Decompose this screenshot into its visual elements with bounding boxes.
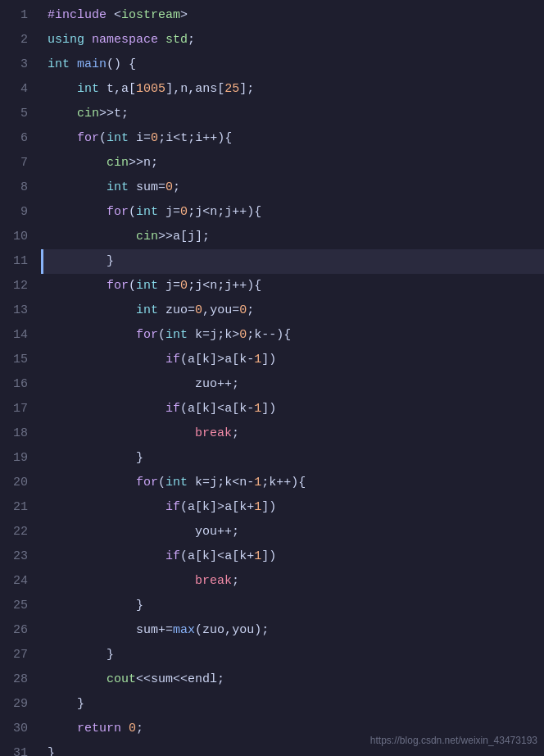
- line-num-13: 13: [0, 298, 41, 323]
- line-num-5: 5: [0, 102, 41, 126]
- line-content-10: cin>>a[j];: [41, 225, 544, 249]
- code-line-10: 10 cin>>a[j];: [0, 225, 544, 249]
- line-num-1: 1: [0, 3, 41, 28]
- line-content-5: cin>>t;: [41, 102, 544, 126]
- line-num-3: 3: [0, 52, 41, 77]
- code-editor: 1 #include <iostream> 2 using namespace …: [0, 0, 544, 756]
- line-content-4: int t,a[1005],n,ans[25];: [41, 77, 544, 102]
- line-num-31: 31: [0, 741, 41, 756]
- code-line-29: 29 }: [0, 692, 544, 717]
- line-num-2: 2: [0, 28, 41, 52]
- line-content-6: for(int i=0;i<t;i++){: [41, 126, 544, 151]
- code-line-12: 12 for(int j=0;j<n;j++){: [0, 274, 544, 298]
- line-content-2: using namespace std;: [41, 28, 544, 52]
- code-line-13: 13 int zuo=0,you=0;: [0, 298, 544, 323]
- line-content-20: for(int k=j;k<n-1;k++){: [41, 471, 544, 495]
- line-content-1: #include <iostream>: [41, 3, 544, 28]
- line-num-25: 25: [0, 594, 41, 618]
- code-line-24: 24 break;: [0, 569, 544, 594]
- line-num-28: 28: [0, 667, 41, 692]
- line-num-24: 24: [0, 569, 41, 594]
- code-line-14: 14 for(int k=j;k>0;k--){: [0, 323, 544, 348]
- line-content-11: }: [41, 249, 544, 274]
- line-num-18: 18: [0, 421, 41, 446]
- code-line-21: 21 if(a[k]>a[k+1]): [0, 495, 544, 520]
- code-line-9: 9 for(int j=0;j<n;j++){: [0, 200, 544, 225]
- line-num-12: 12: [0, 274, 41, 298]
- line-num-9: 9: [0, 200, 41, 225]
- code-line-15: 15 if(a[k]>a[k-1]): [0, 348, 544, 372]
- line-num-23: 23: [0, 544, 41, 569]
- line-content-8: int sum=0;: [41, 175, 544, 200]
- line-num-19: 19: [0, 446, 41, 471]
- code-line-3: 3 int main() {: [0, 52, 544, 77]
- line-num-8: 8: [0, 175, 41, 200]
- line-content-25: }: [41, 594, 544, 618]
- code-line-26: 26 sum+=max(zuo,you);: [0, 618, 544, 643]
- line-content-13: int zuo=0,you=0;: [41, 298, 544, 323]
- line-num-16: 16: [0, 372, 41, 397]
- code-line-17: 17 if(a[k]<a[k-1]): [0, 397, 544, 421]
- code-line-4: 4 int t,a[1005],n,ans[25];: [0, 77, 544, 102]
- line-content-9: for(int j=0;j<n;j++){: [41, 200, 544, 225]
- line-content-19: }: [41, 446, 544, 471]
- line-content-28: cout<<sum<<endl;: [41, 667, 544, 692]
- line-content-27: }: [41, 643, 544, 667]
- line-content-3: int main() {: [41, 52, 544, 77]
- code-line-27: 27 }: [0, 643, 544, 667]
- code-line-7: 7 cin>>n;: [0, 151, 544, 175]
- line-num-20: 20: [0, 471, 41, 495]
- line-num-4: 4: [0, 77, 41, 102]
- line-content-12: for(int j=0;j<n;j++){: [41, 274, 544, 298]
- code-line-18: 18 break;: [0, 421, 544, 446]
- line-content-21: if(a[k]>a[k+1]): [41, 495, 544, 520]
- line-num-15: 15: [0, 348, 41, 372]
- code-line-22: 22 you++;: [0, 520, 544, 544]
- code-line-16: 16 zuo++;: [0, 372, 544, 397]
- line-content-17: if(a[k]<a[k-1]): [41, 397, 544, 421]
- watermark: https://blog.csdn.net/weixin_43473193: [370, 735, 537, 746]
- code-line-25: 25 }: [0, 594, 544, 618]
- line-content-26: sum+=max(zuo,you);: [41, 618, 544, 643]
- code-line-11: 11 }: [0, 249, 544, 274]
- code-line-20: 20 for(int k=j;k<n-1;k++){: [0, 471, 544, 495]
- line-content-15: if(a[k]>a[k-1]): [41, 348, 544, 372]
- line-num-11: 11: [0, 249, 41, 274]
- line-content-23: if(a[k]<a[k+1]): [41, 544, 544, 569]
- line-content-14: for(int k=j;k>0;k--){: [41, 323, 544, 348]
- code-line-2: 2 using namespace std;: [0, 28, 544, 52]
- line-content-7: cin>>n;: [41, 151, 544, 175]
- line-num-22: 22: [0, 520, 41, 544]
- line-content-18: break;: [41, 421, 544, 446]
- line-num-27: 27: [0, 643, 41, 667]
- line-num-26: 26: [0, 618, 41, 643]
- line-content-29: }: [41, 692, 544, 717]
- code-line-5: 5 cin>>t;: [0, 102, 544, 126]
- code-line-6: 6 for(int i=0;i<t;i++){: [0, 126, 544, 151]
- line-num-10: 10: [0, 225, 41, 249]
- line-content-16: zuo++;: [41, 372, 544, 397]
- line-num-29: 29: [0, 692, 41, 717]
- code-line-28: 28 cout<<sum<<endl;: [0, 667, 544, 692]
- line-num-17: 17: [0, 397, 41, 421]
- line-num-7: 7: [0, 151, 41, 175]
- code-line-19: 19 }: [0, 446, 544, 471]
- line-num-6: 6: [0, 126, 41, 151]
- code-line-1: 1 #include <iostream>: [0, 3, 544, 28]
- line-content-24: break;: [41, 569, 544, 594]
- line-num-14: 14: [0, 323, 41, 348]
- code-line-23: 23 if(a[k]<a[k+1]): [0, 544, 544, 569]
- line-num-30: 30: [0, 717, 41, 741]
- line-num-21: 21: [0, 495, 41, 520]
- line-content-22: you++;: [41, 520, 544, 544]
- code-line-8: 8 int sum=0;: [0, 175, 544, 200]
